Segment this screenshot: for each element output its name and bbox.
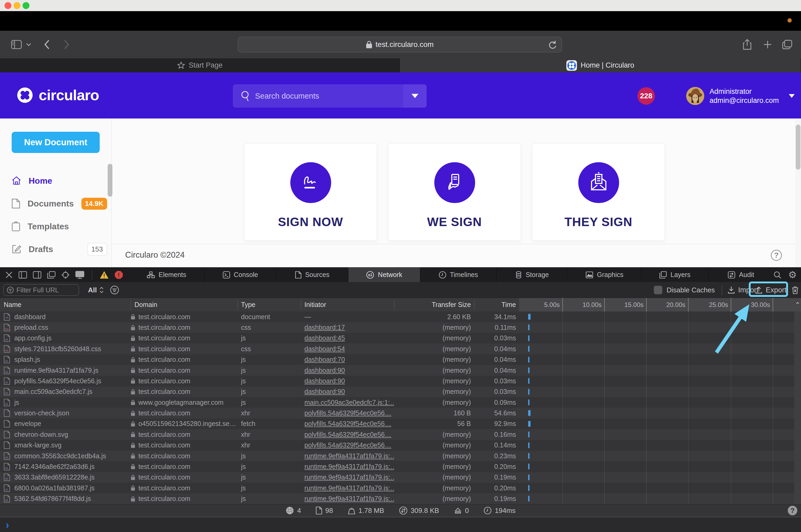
- sidebar-item-templates[interactable]: Templates: [12, 218, 107, 235]
- detach-window-icon[interactable]: [47, 271, 56, 279]
- table-row[interactable]: JS6800.0a026a1fab381987.jstest.circularo…: [0, 483, 801, 493]
- cell-initiator[interactable]: polyfills.54a6329f54ec0e56…: [301, 431, 394, 438]
- cell-initiator[interactable]: dashboard:90: [301, 366, 394, 374]
- table-row[interactable]: JSmain.cc509ac3e0edcfc7.jstest.circularo…: [0, 386, 801, 397]
- table-row[interactable]: JScommon.35563cc9dc1edb4a.jstest.circula…: [0, 451, 801, 461]
- devtools-search-icon[interactable]: [774, 271, 781, 279]
- cell-initiator[interactable]: polyfills.54a6329f54ec0e56…: [301, 420, 394, 428]
- column-header-initiator[interactable]: Initiator: [304, 298, 326, 311]
- we-sign-card[interactable]: WE SIGN: [388, 144, 521, 241]
- cell-initiator[interactable]: dashboard:54: [301, 345, 394, 353]
- devtools-tab-sources[interactable]: Sources: [276, 267, 348, 282]
- device-settings-icon[interactable]: [75, 271, 84, 279]
- circularo-logo[interactable]: circularo: [17, 87, 99, 103]
- search-filter-dropdown[interactable]: [403, 84, 427, 108]
- cell-initiator[interactable]: main.cc509ac3e0edcfc7.js:1:…: [301, 399, 394, 406]
- table-row[interactable]: chevron-down.svgtest.circularo.comxhrpol…: [0, 429, 801, 440]
- document-search-bar[interactable]: [233, 84, 427, 108]
- sidebar-toggle-icon[interactable]: [11, 40, 22, 49]
- table-row[interactable]: JSsplash.jstest.circularo.comjsdashboard…: [0, 355, 801, 365]
- table-row[interactable]: JSruntime.9ef9a4317af1fa79.jstest.circul…: [0, 365, 801, 376]
- devtools-tab-console[interactable]: Console: [205, 267, 276, 282]
- user-menu[interactable]: Administrator admin@circularo.com: [686, 87, 795, 105]
- cell-initiator[interactable]: runtime.9ef9a4317af1fa79.js:…: [301, 452, 394, 460]
- share-icon[interactable]: [742, 39, 752, 50]
- search-input[interactable]: [255, 92, 404, 100]
- page-scrollbar-thumb[interactable]: [796, 125, 800, 170]
- errors-icon[interactable]: [114, 271, 123, 279]
- cell-initiator[interactable]: runtime.9ef9a4317af1fa79.js:…: [301, 473, 394, 481]
- devtools-tab-timelines[interactable]: Timelines: [420, 267, 497, 282]
- sidebar-item-home[interactable]: Home: [12, 172, 107, 189]
- table-row[interactable]: version-check.jsontest.circularo.comxhrp…: [0, 408, 801, 418]
- devtools-tab-graphics[interactable]: Graphics: [568, 267, 641, 282]
- cell-initiator[interactable]: polyfills.54a6329f54ec0e56…: [301, 409, 394, 417]
- filter-options-icon[interactable]: [110, 285, 119, 294]
- tab-home-circularo[interactable]: Home | Circularo: [400, 58, 801, 72]
- sign-now-card[interactable]: SIGN NOW: [244, 144, 377, 241]
- they-sign-card[interactable]: THEY SIGN: [532, 144, 665, 241]
- table-row[interactable]: JSjswww.googletagmanager.comjsmain.cc509…: [0, 397, 801, 408]
- devtools-tab-elements[interactable]: Elements: [129, 267, 205, 282]
- table-scroll-up-arrow[interactable]: ⌃: [794, 298, 801, 311]
- zoom-window-button[interactable]: [22, 2, 30, 9]
- filter-url-field[interactable]: [3, 284, 79, 296]
- help-icon[interactable]: ?: [771, 250, 782, 261]
- devtools-close-icon[interactable]: [5, 271, 13, 279]
- reload-icon[interactable]: [548, 40, 557, 50]
- back-button[interactable]: [44, 39, 50, 50]
- cell-initiator[interactable]: dashboard:45: [301, 334, 394, 342]
- table-row[interactable]: JS3633.3abf8ed65912228e.jstest.circularo…: [0, 472, 801, 483]
- close-window-button[interactable]: [4, 2, 12, 9]
- devtools-help-icon[interactable]: ?: [788, 506, 797, 515]
- sidebar-scrollbar[interactable]: [108, 164, 112, 197]
- clear-network-items-button[interactable]: [791, 282, 799, 298]
- sidebar-item-documents[interactable]: Documents 14.9K: [12, 195, 107, 212]
- cell-initiator[interactable]: runtime.9ef9a4317af1fa79.js:…: [301, 484, 394, 492]
- tab-start-page[interactable]: Start Page: [0, 58, 400, 72]
- table-scrollbar-gutter[interactable]: [794, 311, 801, 504]
- dock-side-icon[interactable]: [19, 271, 27, 279]
- cell-initiator[interactable]: runtime.9ef9a4317af1fa79.js:…: [301, 495, 394, 502]
- url-field[interactable]: test.circularo.com: [238, 37, 562, 53]
- disable-caches-checkbox[interactable]: [654, 286, 662, 294]
- table-row[interactable]: JS5362.54fd678677f4f8dd.jstest.circularo…: [0, 493, 801, 504]
- quick-console[interactable]: ›: [0, 517, 801, 532]
- cell-initiator[interactable]: dashboard:90: [301, 388, 394, 396]
- cell-initiator[interactable]: runtime.9ef9a4317af1fa79.js:…: [301, 463, 394, 471]
- devtools-settings-gear-icon[interactable]: ⚙: [788, 269, 797, 280]
- table-row[interactable]: csspreload.csstest.circularo.comcssdashb…: [0, 322, 801, 332]
- forward-button[interactable]: [63, 39, 70, 50]
- cell-initiator[interactable]: dashboard:17: [301, 324, 394, 331]
- sidebar-chevron-icon[interactable]: [26, 43, 31, 46]
- new-tab-icon[interactable]: [763, 40, 772, 49]
- dock-bottom-icon[interactable]: [33, 271, 41, 279]
- devtools-tab-network[interactable]: Network: [348, 267, 420, 282]
- table-row[interactable]: JSpolyfills.54a6329f54ec0e56.jstest.circ…: [0, 376, 801, 386]
- table-row[interactable]: <>dashboardtest.circularo.comdocument—2.…: [0, 311, 801, 322]
- cell-initiator[interactable]: dashboard:70: [301, 356, 394, 363]
- table-row[interactable]: envelopeo4505159621345280.ingest.se…fetc…: [0, 419, 801, 429]
- filter-url-input[interactable]: [16, 286, 70, 294]
- column-header-domain[interactable]: Domain: [134, 298, 157, 311]
- disable-caches-control[interactable]: Disable Caches: [654, 282, 715, 298]
- devtools-tab-audit[interactable]: Audit: [709, 267, 774, 282]
- element-picker-icon[interactable]: [61, 271, 70, 279]
- resource-scope-select[interactable]: All: [88, 282, 119, 298]
- column-header-name[interactable]: Name: [4, 298, 21, 311]
- warnings-icon[interactable]: [100, 271, 109, 279]
- notification-badge[interactable]: 228: [637, 87, 655, 105]
- cell-initiator[interactable]: dashboard:90: [301, 377, 394, 385]
- devtools-tab-layers[interactable]: Layers: [641, 267, 709, 282]
- tab-overview-icon[interactable]: [782, 40, 792, 49]
- cell-initiator[interactable]: polyfills.54a6329f54ec0e56…: [301, 441, 394, 449]
- new-document-button[interactable]: New Document: [12, 132, 100, 153]
- table-row[interactable]: xmark-large.svgtest.circularo.comxhrpoly…: [0, 440, 801, 451]
- devtools-tab-storage[interactable]: Storage: [497, 267, 568, 282]
- column-header-transfer-size[interactable]: Transfer Size: [394, 298, 471, 311]
- table-row[interactable]: cssstyles.726118cfb5260d48.csstest.circu…: [0, 344, 801, 354]
- sidebar-item-drafts[interactable]: Drafts 153: [12, 241, 107, 258]
- table-row[interactable]: JSapp.config.jstest.circularo.comjsdashb…: [0, 333, 801, 344]
- column-header-time[interactable]: Time: [474, 298, 516, 311]
- column-header-type[interactable]: Type: [241, 298, 255, 311]
